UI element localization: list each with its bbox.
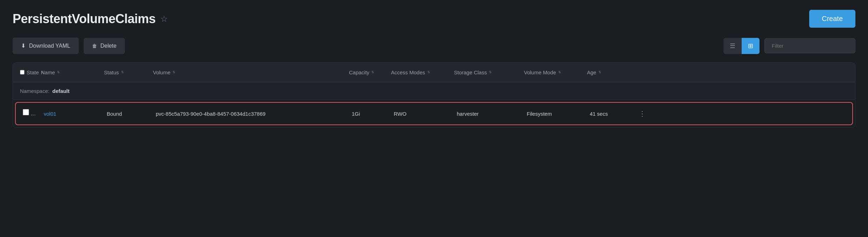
grid-view-button[interactable]: [742, 38, 760, 54]
row-actions-button[interactable]: ⋮: [639, 109, 646, 118]
grid-icon: [748, 42, 753, 50]
filter-input[interactable]: [764, 38, 855, 53]
sort-volume-mode-icon: ⇅: [558, 71, 561, 74]
select-all-checkbox[interactable]: [20, 69, 24, 75]
th-status[interactable]: Status ⇅: [104, 69, 153, 75]
toolbar: Download YAML Delete: [13, 38, 855, 54]
col-state-label: State: [27, 69, 39, 75]
sort-storage-class-icon: ⇅: [489, 71, 492, 74]
table-row: Bound vol01 Bound pvc-85c5a793-90e0-4ba8…: [15, 102, 853, 125]
th-name[interactable]: Name ⇅: [41, 69, 104, 75]
favorite-icon[interactable]: ☆: [160, 14, 168, 24]
col-volume-mode-label: Volume Mode: [524, 69, 556, 75]
th-age[interactable]: Age ⇅: [587, 69, 636, 75]
namespace-value: default: [52, 88, 70, 94]
cell-age: 41 secs: [590, 111, 639, 117]
th-storage-class[interactable]: Storage Class ⇅: [454, 69, 524, 75]
list-view-button[interactable]: [723, 38, 742, 54]
list-icon: [730, 42, 735, 50]
sort-access-modes-icon: ⇅: [427, 71, 430, 74]
create-button[interactable]: Create: [809, 10, 855, 28]
col-name-label: Name: [41, 69, 55, 75]
sort-name-icon: ⇅: [57, 71, 60, 74]
th-capacity[interactable]: Capacity ⇅: [349, 69, 391, 75]
page-title: PersistentVolumeClaims: [13, 12, 155, 26]
delete-label: Delete: [100, 43, 117, 49]
cell-capacity: 1Gi: [352, 111, 394, 117]
download-yaml-button[interactable]: Download YAML: [13, 38, 79, 54]
sort-volume-icon: ⇅: [173, 71, 175, 74]
delete-button[interactable]: Delete: [84, 38, 125, 54]
row-checkbox[interactable]: [23, 109, 29, 115]
cell-status: Bound: [107, 111, 156, 117]
col-status-label: Status: [104, 69, 119, 75]
namespace-label: Namespace:: [20, 88, 49, 94]
th-state[interactable]: State ⇅: [20, 69, 41, 75]
cell-name[interactable]: vol01: [44, 111, 107, 117]
download-icon: [21, 42, 26, 49]
view-toggle: [723, 38, 760, 54]
pvc-table: State ⇅ Name ⇅ Status ⇅ Volume ⇅ Capacit…: [13, 62, 855, 128]
cell-volume: pvc-85c5a793-90e0-4ba8-8457-0634d1c37869: [156, 111, 352, 117]
col-storage-class-label: Storage Class: [454, 69, 487, 75]
status-badge: Bound: [30, 109, 44, 118]
trash-icon: [92, 43, 97, 49]
sort-capacity-icon: ⇅: [371, 71, 374, 74]
col-volume-label: Volume: [153, 69, 170, 75]
th-volume-mode[interactable]: Volume Mode ⇅: [524, 69, 587, 75]
page-header: PersistentVolumeClaims ☆ Create: [13, 10, 855, 28]
sort-age-icon: ⇅: [598, 71, 601, 74]
th-access-modes[interactable]: Access Modes ⇅: [391, 69, 454, 75]
table-header: State ⇅ Name ⇅ Status ⇅ Volume ⇅ Capacit…: [13, 63, 855, 82]
sort-status-icon: ⇅: [121, 71, 124, 74]
col-capacity-label: Capacity: [349, 69, 369, 75]
download-yaml-label: Download YAML: [29, 43, 70, 49]
cell-access-modes: RWO: [394, 111, 457, 117]
cell-state: Bound: [23, 109, 44, 118]
th-volume[interactable]: Volume ⇅: [153, 69, 349, 75]
cell-volume-mode: Filesystem: [527, 111, 590, 117]
cell-actions: ⋮: [639, 109, 656, 118]
col-access-modes-label: Access Modes: [391, 69, 425, 75]
cell-storage-class: harvester: [457, 111, 527, 117]
title-group: PersistentVolumeClaims ☆: [13, 12, 168, 26]
namespace-row: Namespace: default: [13, 82, 855, 100]
col-age-label: Age: [587, 69, 596, 75]
